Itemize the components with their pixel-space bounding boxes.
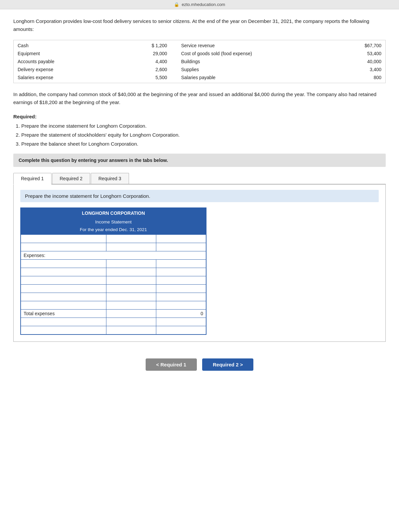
stmt-label-input[interactable] bbox=[24, 328, 103, 333]
stmt-label-input[interactable] bbox=[24, 269, 103, 275]
stmt-col1-cell[interactable] bbox=[106, 318, 156, 326]
prev-button[interactable]: < Required 1 bbox=[146, 358, 197, 371]
stmt-col2-input[interactable] bbox=[159, 244, 203, 250]
stmt-col1-cell[interactable] bbox=[106, 326, 156, 335]
stmt-row-4 bbox=[21, 268, 206, 276]
stmt-label-cell[interactable] bbox=[21, 318, 106, 326]
stmt-col2-input[interactable] bbox=[159, 236, 203, 241]
stmt-col1-input[interactable] bbox=[109, 286, 153, 291]
table-row: Accounts payable 4,400 Buildings 40,000 bbox=[14, 58, 386, 66]
total-col1-input[interactable] bbox=[109, 311, 153, 316]
stmt-label-input[interactable] bbox=[24, 278, 103, 283]
stmt-col1-input[interactable] bbox=[109, 294, 153, 300]
right-label: Salaries payable bbox=[171, 73, 335, 83]
stmt-label-cell[interactable] bbox=[21, 268, 106, 276]
stmt-col2-input[interactable] bbox=[159, 294, 203, 300]
stmt-col2-cell[interactable] bbox=[156, 276, 206, 285]
stmt-col2-input[interactable] bbox=[159, 303, 203, 308]
right-val: $67,700 bbox=[335, 40, 386, 50]
left-label: Accounts payable bbox=[14, 58, 114, 66]
stmt-col2-cell[interactable] bbox=[156, 285, 206, 293]
stmt-col2-cell[interactable] bbox=[156, 293, 206, 301]
stmt-col1-cell[interactable] bbox=[106, 301, 156, 310]
stmt-label-input[interactable] bbox=[24, 244, 103, 250]
stmt-col2-cell[interactable] bbox=[156, 301, 206, 310]
stmt-col1-input[interactable] bbox=[109, 319, 153, 325]
stmt-col1-cell[interactable] bbox=[106, 276, 156, 285]
stmt-col1-input[interactable] bbox=[109, 278, 153, 283]
left-label: Equipment bbox=[14, 50, 114, 58]
tab-req3[interactable]: Required 3 bbox=[91, 173, 129, 184]
left-label: Cash bbox=[14, 40, 114, 50]
right-label: Cost of goods sold (food expense) bbox=[171, 50, 335, 58]
stmt-label-cell[interactable] bbox=[21, 235, 106, 243]
stmt-label-input[interactable] bbox=[24, 286, 103, 291]
stmt-col1-input[interactable] bbox=[109, 303, 153, 308]
stmt-label-input[interactable] bbox=[24, 294, 103, 300]
stmt-col2-cell[interactable] bbox=[156, 318, 206, 326]
intro-paragraph: Longhorn Corporation provides low-cost f… bbox=[13, 17, 386, 33]
stmt-col1-cell[interactable] bbox=[106, 235, 156, 243]
stmt-label-input[interactable] bbox=[24, 319, 103, 325]
stmt-label-cell[interactable] bbox=[21, 276, 106, 285]
stmt-col1-cell[interactable] bbox=[106, 293, 156, 301]
tab1-content: Prepare the income statement for Longhor… bbox=[13, 185, 386, 342]
stmt-label-cell[interactable] bbox=[21, 301, 106, 310]
tab-req2[interactable]: Required 2 bbox=[52, 173, 90, 184]
right-val: 800 bbox=[335, 73, 386, 83]
tabs-row: Required 1Required 2Required 3 bbox=[13, 173, 386, 185]
stmt-col1-input[interactable] bbox=[109, 328, 153, 333]
required-item-1: Prepare the income statement for Longhor… bbox=[21, 121, 386, 130]
stmt-col1-cell[interactable] bbox=[106, 260, 156, 268]
stmt-label-input[interactable] bbox=[24, 261, 103, 266]
left-val: 5,500 bbox=[114, 73, 171, 83]
total-col1 bbox=[106, 310, 156, 318]
next-button[interactable]: Required 2 > bbox=[202, 358, 253, 371]
instruction-box: Complete this question by entering your … bbox=[13, 154, 386, 167]
stmt-col2-cell[interactable] bbox=[156, 243, 206, 251]
stmt-label-cell[interactable] bbox=[21, 243, 106, 251]
stmt-label-cell[interactable] bbox=[21, 293, 106, 301]
stmt-col2-input[interactable] bbox=[159, 286, 203, 291]
main-content: Longhorn Corporation provides low-cost f… bbox=[0, 9, 399, 397]
stmt-col1-input[interactable] bbox=[109, 236, 153, 241]
page: 🔒 ezto.mheducation.com Longhorn Corporat… bbox=[0, 0, 399, 532]
right-val: 53,400 bbox=[335, 50, 386, 58]
stmt-col2-input[interactable] bbox=[159, 328, 203, 333]
stmt-label-input[interactable] bbox=[24, 303, 103, 308]
url-text: ezto.mheducation.com bbox=[182, 2, 225, 7]
right-val: 40,000 bbox=[335, 58, 386, 66]
stmt-col1-cell[interactable] bbox=[106, 285, 156, 293]
stmt-label-input[interactable] bbox=[24, 236, 103, 241]
table-row: Equipment 29,000 Cost of goods sold (foo… bbox=[14, 50, 386, 58]
left-val: 4,400 bbox=[114, 58, 171, 66]
stmt-label-cell[interactable] bbox=[21, 285, 106, 293]
stmt-col1-cell[interactable] bbox=[106, 268, 156, 276]
stmt-col2-input[interactable] bbox=[159, 278, 203, 283]
total-label: Total expenses bbox=[21, 310, 106, 318]
tab-req1[interactable]: Required 1 bbox=[13, 173, 52, 185]
stmt-row-0 bbox=[21, 235, 206, 243]
stmt-col2-cell[interactable] bbox=[156, 326, 206, 335]
stmt-col1-cell[interactable] bbox=[106, 243, 156, 251]
left-label: Salaries expense bbox=[14, 73, 114, 83]
stmt-col1-input[interactable] bbox=[109, 261, 153, 266]
required-title: Required: bbox=[13, 114, 386, 119]
stmt-row-3 bbox=[21, 260, 206, 268]
stmt-label-cell[interactable] bbox=[21, 326, 106, 335]
stmt-col2-input[interactable] bbox=[159, 269, 203, 275]
table-row: Delivery expense 2,600 Supplies 3,400 bbox=[14, 66, 386, 73]
required-list: Prepare the income statement for Longhor… bbox=[21, 121, 386, 148]
stmt-col2-cell[interactable] bbox=[156, 268, 206, 276]
stmt-label-cell[interactable] bbox=[21, 260, 106, 268]
tab-instruction: Prepare the income statement for Longhor… bbox=[20, 190, 379, 202]
stmt-col2-input[interactable] bbox=[159, 261, 203, 266]
expenses-label: Expenses: bbox=[21, 251, 206, 260]
stmt-col2-input[interactable] bbox=[159, 319, 203, 325]
stmt-col1-input[interactable] bbox=[109, 244, 153, 250]
additional-info: In addition, the company had common stoc… bbox=[13, 90, 386, 106]
stmt-col2-cell[interactable] bbox=[156, 260, 206, 268]
left-val: 2,600 bbox=[114, 66, 171, 73]
stmt-col1-input[interactable] bbox=[109, 269, 153, 275]
stmt-col2-cell[interactable] bbox=[156, 235, 206, 243]
